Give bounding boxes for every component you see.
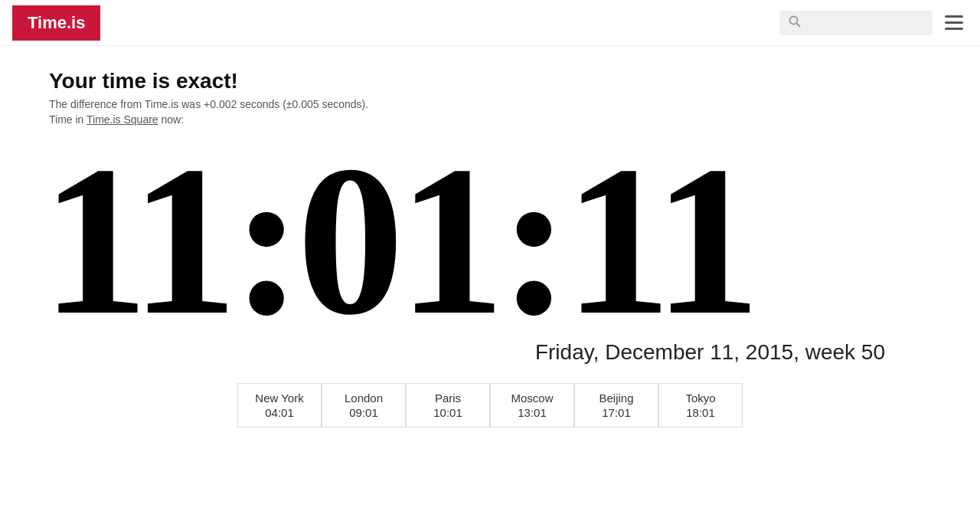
accuracy-section: Your time is exact! The difference from … — [49, 69, 931, 126]
city-card[interactable]: Tokyo18:01 — [658, 383, 743, 428]
search-bar[interactable] — [779, 11, 933, 35]
city-card[interactable]: London09:01 — [322, 383, 406, 428]
city-name: New York — [253, 392, 305, 405]
city-name: Moscow — [506, 392, 558, 405]
logo[interactable]: Time.is — [12, 5, 100, 41]
accuracy-heading: Your time is exact! — [49, 69, 931, 93]
accuracy-detail: The difference from Time.is was +0.002 s… — [49, 98, 931, 110]
hamburger-line-3 — [945, 28, 963, 30]
city-time: 10:01 — [422, 406, 474, 419]
svg-line-1 — [797, 23, 800, 26]
hamburger-button[interactable] — [940, 11, 968, 34]
city-name: Paris — [422, 392, 474, 405]
world-cities: New York04:01London09:01Paris10:01Moscow… — [49, 383, 931, 428]
city-card[interactable]: New York04:01 — [237, 383, 322, 428]
city-card[interactable]: Paris10:01 — [406, 383, 490, 428]
search-input[interactable] — [805, 17, 923, 29]
city-time: 04:01 — [253, 406, 305, 419]
city-name: Tokyo — [675, 392, 727, 405]
city-time: 17:01 — [590, 406, 642, 419]
hamburger-line-1 — [945, 15, 963, 18]
hamburger-line-2 — [945, 21, 963, 24]
header: Time.is — [0, 0, 980, 46]
big-clock: 11:01:11 — [41, 133, 931, 348]
search-icon — [789, 15, 801, 31]
main-content: Your time is exact! The difference from … — [0, 46, 980, 451]
city-time: 09:01 — [338, 406, 390, 419]
city-name: Beijing — [590, 392, 642, 405]
city-time: 18:01 — [675, 406, 727, 419]
header-right — [779, 11, 968, 35]
city-card[interactable]: Moscow13:01 — [490, 383, 574, 428]
city-card[interactable]: Beijing17:01 — [574, 383, 658, 428]
city-time: 13:01 — [506, 406, 558, 419]
city-name: London — [338, 392, 390, 405]
